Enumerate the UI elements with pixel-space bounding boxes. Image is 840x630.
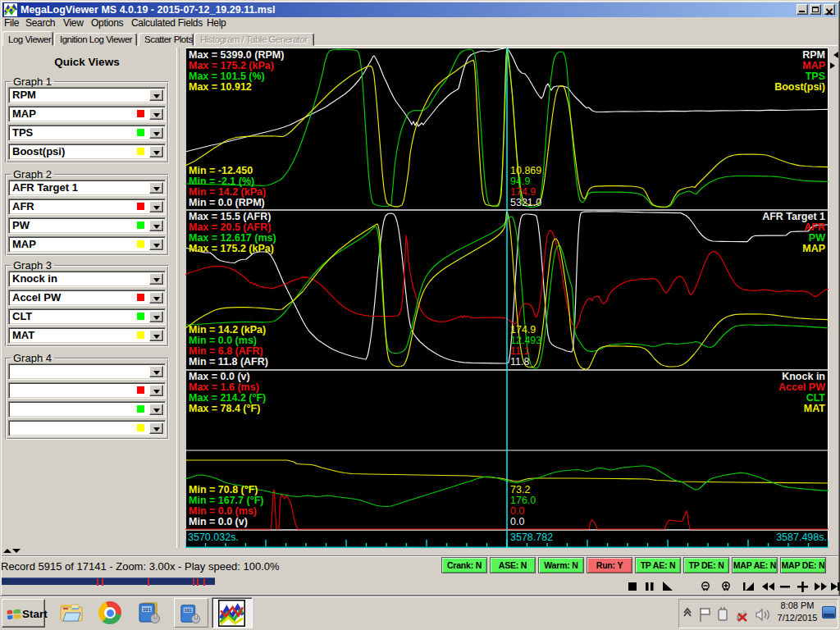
svg-text:101: 101 <box>143 607 152 612</box>
svg-text:101: 101 <box>185 608 192 613</box>
